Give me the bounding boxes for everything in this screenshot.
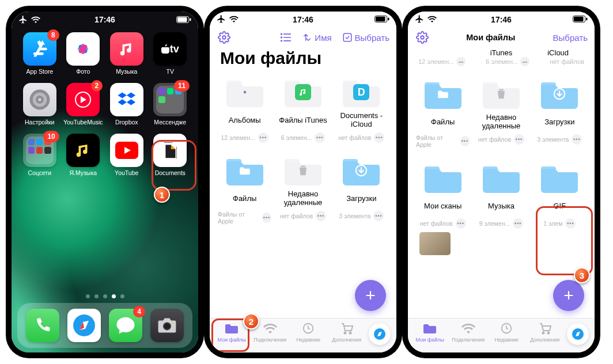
folder-name: Недавно удаленные	[474, 112, 528, 131]
folder-more-button[interactable]: •••	[374, 132, 384, 143]
documents-toolbar-small: Мои файлы Выбрать	[408, 28, 595, 48]
folder-meta: Файлы от Apple•••	[218, 211, 271, 225]
app-camera[interactable]: Camera	[150, 309, 184, 342]
folder-загрузки[interactable]: Загрузки 3 элемента•••	[335, 156, 388, 225]
folder-name-partial: iCloud	[529, 48, 586, 57]
folder-grid-row2: Мои сканы нет файлов••• Музыка 9 элемен.…	[408, 150, 595, 231]
app-фото[interactable]: Фото	[63, 32, 104, 75]
clock-icon	[499, 321, 514, 336]
folder-more-button[interactable]: •••	[316, 211, 326, 221]
folder-музыка[interactable]: Музыка 9 элемен...•••	[474, 163, 528, 229]
thumbnail-strip	[408, 231, 595, 255]
page-indicator[interactable]	[12, 287, 198, 303]
folder-more-button[interactable]: •••	[315, 132, 325, 143]
folder-icon	[483, 163, 520, 193]
settings-button[interactable]	[218, 31, 230, 44]
wifi-icon	[427, 15, 437, 24]
tab-files[interactable]: Мои файлы	[411, 321, 449, 352]
folder-more-button[interactable]: •••	[513, 218, 523, 229]
folder-more-button[interactable]: •••	[456, 218, 466, 229]
status-time: 17:46	[94, 15, 115, 24]
folder-icon	[425, 163, 461, 193]
add-button[interactable]: +	[553, 280, 584, 311]
folder-альбомы[interactable]: Альбомы 12 элемен...•••	[218, 77, 271, 143]
folder-файлы[interactable]: Файлы Файлы от Apple•••	[218, 156, 271, 225]
folder-more-button[interactable]: •••	[572, 134, 582, 145]
folder-more-button[interactable]: •••	[258, 132, 268, 143]
list-view-button[interactable]	[280, 32, 292, 43]
app-tv[interactable]: tvTV	[150, 32, 191, 75]
app-icon: 4	[109, 309, 142, 342]
tab-label: Подключения	[452, 337, 485, 343]
folder-недавно-удаленные[interactable]: Недавно удаленные нет файлов•••	[474, 79, 528, 148]
tab-browser[interactable]	[565, 321, 591, 352]
app-настройки[interactable]: Настройки	[20, 83, 60, 126]
folder-файлы[interactable]: Файлы Файлы от Apple•••	[416, 79, 470, 148]
svg-rect-2	[190, 18, 191, 21]
folder-недавно-удаленные[interactable]: Недавно удаленные нет файлов•••	[276, 156, 330, 225]
app-icon	[67, 309, 101, 342]
tab-wifi[interactable]: Подключения	[450, 321, 487, 352]
tab-cart[interactable]: Дополнения	[527, 321, 564, 352]
file-thumbnail[interactable]	[419, 232, 451, 255]
app-музыка[interactable]: Музыка	[107, 32, 147, 75]
app-icon	[110, 134, 143, 167]
svg-point-32	[281, 33, 282, 35]
tab-label: Мои файлы	[416, 337, 444, 343]
app-соцсети[interactable]: 10Соцсети	[20, 134, 60, 176]
tab-browser[interactable]	[366, 321, 393, 352]
app-phone[interactable]: Phone	[26, 309, 59, 342]
folder-gif[interactable]: GIF 1 элем•••	[533, 163, 586, 229]
select-button[interactable]: Выбрать	[553, 33, 588, 43]
folder-more-button[interactable]: •••	[514, 134, 524, 145]
app-label: Dropbox	[115, 119, 138, 126]
app-youtubemusic[interactable]: 2YouTubeMusic	[63, 83, 104, 126]
svg-point-53	[542, 332, 544, 334]
svg-rect-27	[388, 18, 389, 21]
app-icon: 10	[23, 134, 56, 167]
tab-clock[interactable]: Недавние	[290, 321, 327, 352]
app-youtube[interactable]: YouTube	[107, 134, 147, 176]
app-icon	[66, 134, 100, 167]
svg-point-44	[344, 332, 346, 334]
folder-мои-сканы[interactable]: Мои сканы нет файлов•••	[416, 163, 470, 229]
app-appstore[interactable]: 8App Store	[20, 32, 60, 75]
app-messages[interactable]: 4Messages	[109, 309, 142, 342]
folder-файлы-itunes[interactable]: Файлы iTunes 6 элемен...•••	[276, 77, 330, 143]
svg-point-24	[172, 322, 173, 324]
app-мессендже[interactable]: 11Мессендже	[150, 83, 191, 126]
folder-more-button[interactable]: •••	[460, 136, 470, 146]
svg-point-41	[244, 91, 245, 94]
home-app-grid: 8App StoreФотоМузыкаtvTVНастройки2YouTub…	[12, 28, 198, 176]
settings-button[interactable]	[416, 31, 429, 44]
folder-name: Файлы	[431, 112, 455, 131]
app-dropbox[interactable]: Dropbox	[107, 83, 147, 126]
app-safari[interactable]: Safari	[67, 309, 101, 342]
add-button[interactable]: +	[355, 280, 386, 311]
folder-meta: нет файлов•••	[338, 132, 384, 143]
folder-name: Музыка	[488, 196, 514, 215]
tab-cart[interactable]: Дополнения	[328, 321, 366, 352]
battery-icon	[573, 15, 588, 24]
select-button[interactable]: Выбрать	[342, 32, 389, 43]
folder-more-button[interactable]: •••	[373, 211, 384, 221]
svg-point-54	[547, 332, 549, 334]
status-bar: 17:46	[210, 12, 396, 28]
folder-more-button[interactable]: •••	[262, 213, 272, 223]
sort-button[interactable]: Имя	[302, 32, 331, 43]
home-dock: PhoneSafari4MessagesCamera	[17, 303, 192, 348]
app-label: Соцсети	[28, 169, 51, 176]
tab-clock[interactable]: Недавние	[488, 321, 525, 352]
folder-documents---icloud[interactable]: D Documents - iCloud нет файлов•••	[335, 77, 388, 143]
app-documents[interactable]: Documents	[150, 134, 191, 176]
app-label: Музыка	[116, 68, 137, 75]
app-я.музыка[interactable]: Я.Музыка	[63, 134, 104, 176]
wifi-icon	[229, 15, 239, 24]
folder-meta: 3 элемента•••	[339, 211, 384, 221]
folder-more-button[interactable]: •••	[565, 218, 576, 229]
select-label: Выбрать	[553, 33, 588, 43]
folder-icon: D	[343, 77, 380, 107]
wifi-icon	[263, 321, 278, 336]
folder-загрузки[interactable]: Загрузки 3 элемента•••	[533, 79, 586, 148]
badge: 11	[174, 80, 190, 92]
